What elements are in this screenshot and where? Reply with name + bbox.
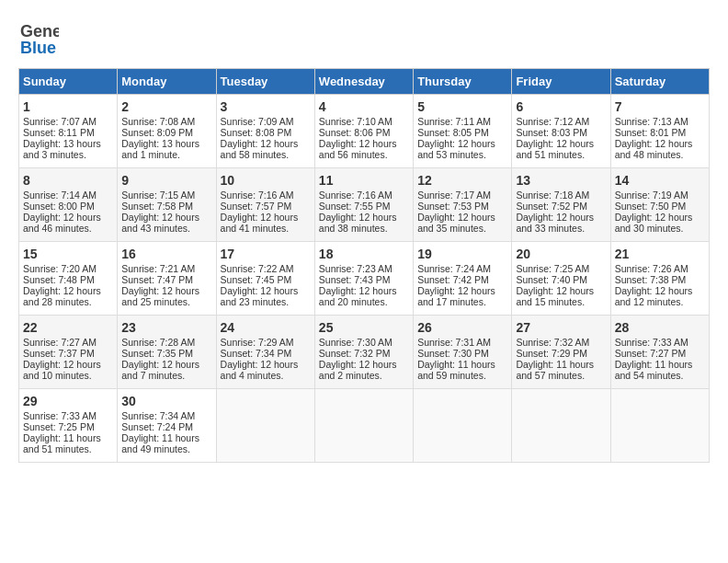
column-header-tuesday: Tuesday <box>216 69 314 95</box>
calendar-cell: 9Sunrise: 7:15 AMSunset: 7:58 PMDaylight… <box>118 168 216 242</box>
day-number: 9 <box>121 173 211 188</box>
column-header-monday: Monday <box>118 69 216 95</box>
calendar-cell: 4Sunrise: 7:10 AMSunset: 8:06 PMDaylight… <box>314 95 413 168</box>
calendar-cell: 15Sunrise: 7:20 AMSunset: 7:48 PMDayligh… <box>19 242 118 316</box>
calendar-cell <box>512 389 610 463</box>
column-header-wednesday: Wednesday <box>314 69 413 95</box>
calendar-cell <box>216 389 314 463</box>
day-number: 27 <box>516 320 606 335</box>
svg-text:Blue: Blue <box>20 39 56 57</box>
day-number: 3 <box>221 99 311 114</box>
day-number: 6 <box>516 99 606 114</box>
calendar-cell: 14Sunrise: 7:19 AMSunset: 7:50 PMDayligh… <box>610 168 709 242</box>
calendar-week-2: 8Sunrise: 7:14 AMSunset: 8:00 PMDaylight… <box>19 168 710 242</box>
day-number: 10 <box>221 173 311 188</box>
calendar-week-1: 1Sunrise: 7:07 AMSunset: 8:11 PMDaylight… <box>19 95 710 168</box>
calendar-cell: 28Sunrise: 7:33 AMSunset: 7:27 PMDayligh… <box>610 316 709 389</box>
calendar-cell <box>414 389 512 463</box>
calendar-cell: 16Sunrise: 7:21 AMSunset: 7:47 PMDayligh… <box>118 242 216 316</box>
day-number: 28 <box>615 320 705 335</box>
day-number: 16 <box>121 247 211 261</box>
calendar-cell: 18Sunrise: 7:23 AMSunset: 7:43 PMDayligh… <box>314 242 413 316</box>
day-number: 4 <box>319 99 409 114</box>
day-number: 14 <box>615 173 705 188</box>
calendar-cell <box>610 389 709 463</box>
column-header-thursday: Thursday <box>414 69 512 95</box>
day-number: 15 <box>23 247 113 261</box>
calendar-table: SundayMondayTuesdayWednesdayThursdayFrid… <box>18 68 710 463</box>
day-number: 7 <box>615 99 705 114</box>
calendar-cell: 1Sunrise: 7:07 AMSunset: 8:11 PMDaylight… <box>19 95 118 168</box>
day-number: 8 <box>23 173 113 188</box>
day-number: 29 <box>23 394 113 408</box>
calendar-header-row: SundayMondayTuesdayWednesdayThursdayFrid… <box>19 69 710 95</box>
day-number: 21 <box>615 247 705 261</box>
calendar-cell <box>314 389 413 463</box>
calendar-cell: 2Sunrise: 7:08 AMSunset: 8:09 PMDaylight… <box>118 95 216 168</box>
day-number: 24 <box>221 320 311 335</box>
column-header-sunday: Sunday <box>19 69 118 95</box>
day-number: 13 <box>516 173 606 188</box>
day-number: 2 <box>121 99 211 114</box>
day-number: 20 <box>516 247 606 261</box>
calendar-cell: 27Sunrise: 7:32 AMSunset: 7:29 PMDayligh… <box>512 316 610 389</box>
day-number: 11 <box>319 173 409 188</box>
calendar-cell: 12Sunrise: 7:17 AMSunset: 7:53 PMDayligh… <box>414 168 512 242</box>
calendar-cell: 19Sunrise: 7:24 AMSunset: 7:42 PMDayligh… <box>414 242 512 316</box>
calendar-week-4: 22Sunrise: 7:27 AMSunset: 7:37 PMDayligh… <box>19 316 710 389</box>
day-number: 1 <box>23 99 113 114</box>
day-number: 25 <box>319 320 409 335</box>
calendar-cell: 22Sunrise: 7:27 AMSunset: 7:37 PMDayligh… <box>19 316 118 389</box>
calendar-week-5: 29Sunrise: 7:33 AMSunset: 7:25 PMDayligh… <box>19 389 710 463</box>
day-number: 22 <box>23 320 113 335</box>
day-number: 12 <box>417 173 507 188</box>
page-header: General Blue <box>18 18 710 59</box>
calendar-cell: 13Sunrise: 7:18 AMSunset: 7:52 PMDayligh… <box>512 168 610 242</box>
day-number: 18 <box>319 247 409 261</box>
calendar-cell: 3Sunrise: 7:09 AMSunset: 8:08 PMDaylight… <box>216 95 314 168</box>
calendar-cell: 6Sunrise: 7:12 AMSunset: 8:03 PMDaylight… <box>512 95 610 168</box>
calendar-cell: 8Sunrise: 7:14 AMSunset: 8:00 PMDaylight… <box>19 168 118 242</box>
calendar-cell: 17Sunrise: 7:22 AMSunset: 7:45 PMDayligh… <box>216 242 314 316</box>
calendar-cell: 23Sunrise: 7:28 AMSunset: 7:35 PMDayligh… <box>118 316 216 389</box>
calendar-cell: 26Sunrise: 7:31 AMSunset: 7:30 PMDayligh… <box>414 316 512 389</box>
calendar-week-3: 15Sunrise: 7:20 AMSunset: 7:48 PMDayligh… <box>19 242 710 316</box>
logo: General Blue <box>18 18 63 59</box>
column-header-friday: Friday <box>512 69 610 95</box>
svg-text:General: General <box>20 22 59 40</box>
day-number: 19 <box>417 247 507 261</box>
calendar-cell: 20Sunrise: 7:25 AMSunset: 7:40 PMDayligh… <box>512 242 610 316</box>
calendar-cell: 7Sunrise: 7:13 AMSunset: 8:01 PMDaylight… <box>610 95 709 168</box>
calendar-cell: 30Sunrise: 7:34 AMSunset: 7:24 PMDayligh… <box>118 389 216 463</box>
calendar-cell: 5Sunrise: 7:11 AMSunset: 8:05 PMDaylight… <box>414 95 512 168</box>
column-header-saturday: Saturday <box>610 69 709 95</box>
day-number: 5 <box>417 99 507 114</box>
day-number: 23 <box>121 320 211 335</box>
calendar-cell: 10Sunrise: 7:16 AMSunset: 7:57 PMDayligh… <box>216 168 314 242</box>
calendar-cell: 11Sunrise: 7:16 AMSunset: 7:55 PMDayligh… <box>314 168 413 242</box>
day-number: 17 <box>221 247 311 261</box>
logo-icon: General Blue <box>18 18 59 59</box>
calendar-cell: 25Sunrise: 7:30 AMSunset: 7:32 PMDayligh… <box>314 316 413 389</box>
day-number: 30 <box>121 394 211 408</box>
calendar-cell: 24Sunrise: 7:29 AMSunset: 7:34 PMDayligh… <box>216 316 314 389</box>
calendar-cell: 21Sunrise: 7:26 AMSunset: 7:38 PMDayligh… <box>610 242 709 316</box>
day-number: 26 <box>417 320 507 335</box>
calendar-cell: 29Sunrise: 7:33 AMSunset: 7:25 PMDayligh… <box>19 389 118 463</box>
